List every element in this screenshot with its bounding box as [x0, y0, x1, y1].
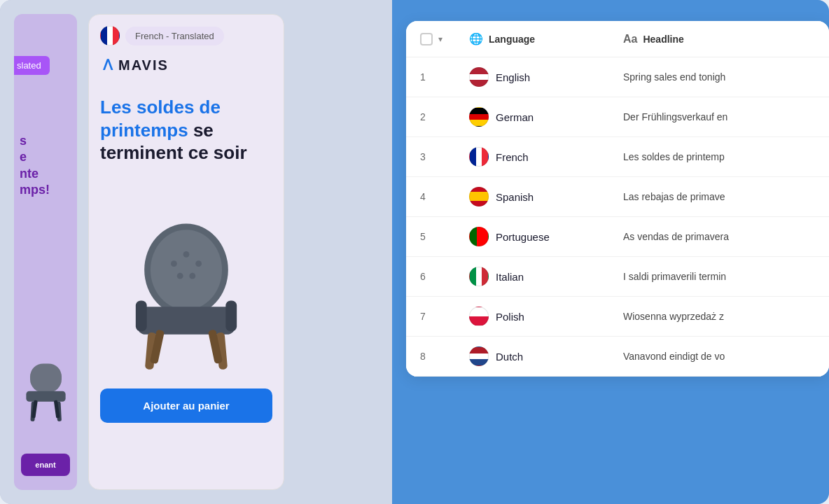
- select-all-checkbox[interactable]: [420, 33, 433, 46]
- language-col-header: 🌐 Language: [469, 32, 623, 46]
- row-language: French: [469, 147, 623, 167]
- table-body: 1 English Spring sales end tonigh 2 Germ…: [406, 57, 829, 377]
- french-headline: Les soldes de printemps se terminent ce …: [89, 96, 284, 164]
- table-header: ▾ 🌐 Language Aa Headline: [406, 21, 829, 57]
- svg-point-7: [151, 230, 222, 309]
- language-col-label: Language: [489, 34, 535, 45]
- row-number: 5: [420, 231, 469, 242]
- language-name: Spanish: [496, 191, 534, 203]
- svg-point-17: [195, 260, 202, 267]
- row-headline: Vanavond eindigt de vo: [623, 351, 815, 362]
- headline-col-header: Aa Headline: [623, 33, 815, 46]
- globe-icon: 🌐: [469, 32, 483, 46]
- language-name: Polish: [496, 311, 524, 323]
- french-flag-icon: [100, 26, 120, 46]
- row-language: Dutch: [469, 346, 623, 366]
- purple-card: slated s e nte mps!: [14, 14, 77, 490]
- svg-rect-0: [30, 363, 62, 392]
- chevron-down-icon[interactable]: ▾: [438, 34, 443, 44]
- svg-point-16: [183, 251, 190, 258]
- table-row[interactable]: 8 Dutch Vanavond eindigt de vo: [406, 337, 829, 377]
- mavis-logo-icon: Ʌ: [103, 57, 113, 74]
- flag-icon-es: [469, 187, 489, 206]
- row-number: 4: [420, 191, 469, 202]
- svg-rect-10: [225, 300, 237, 331]
- purple-tab-label: slated: [14, 56, 50, 75]
- row-language: Polish: [469, 307, 623, 326]
- french-card-header: French - Translated Ʌ MAVIS: [89, 15, 284, 96]
- flag-icon-it: [469, 267, 489, 286]
- table-row[interactable]: 7 Polish Wiosenna wyprzedaż z: [406, 297, 829, 337]
- table-row[interactable]: 2 German Der Frühlingsverkauf en: [406, 97, 829, 137]
- table-row[interactable]: 6 Italian I saldi primaverili termin: [406, 257, 829, 297]
- row-number: 8: [420, 351, 469, 362]
- row-headline: As vendas de primavera: [623, 231, 815, 242]
- flag-icon-nl: [469, 346, 489, 366]
- text-icon: Aa: [623, 33, 637, 46]
- row-headline: Spring sales end tonigh: [623, 71, 815, 83]
- left-panel: slated s e nte mps!: [0, 0, 392, 504]
- language-table: ▾ 🌐 Language Aa Headline 1 English Sprin…: [406, 21, 829, 377]
- row-language: Portuguese: [469, 227, 623, 246]
- row-language: Italian: [469, 267, 623, 286]
- row-headline: Der Frühlingsverkauf en: [623, 111, 815, 122]
- row-number: 7: [420, 311, 469, 322]
- add-to-cart-button[interactable]: Ajouter au panier: [100, 388, 272, 423]
- row-headline: Les soldes de printemp: [623, 151, 815, 162]
- language-name: Italian: [496, 271, 524, 283]
- checkbox-col-header: ▾: [420, 33, 469, 46]
- language-name: Dutch: [496, 351, 523, 363]
- svg-point-19: [189, 272, 195, 279]
- french-tab-label: French - Translated: [125, 27, 224, 46]
- language-name: English: [496, 71, 530, 83]
- app-container: slated s e nte mps!: [0, 0, 829, 504]
- row-headline: Las rebajas de primave: [623, 191, 815, 202]
- svg-point-18: [177, 272, 183, 279]
- chair-image: [89, 178, 284, 374]
- french-card: French - Translated Ʌ MAVIS Les soldes d…: [88, 14, 284, 490]
- row-number: 1: [420, 71, 469, 83]
- mavis-brand-name: MAVIS: [118, 57, 169, 74]
- svg-point-15: [171, 260, 177, 267]
- french-tab: French - Translated: [100, 26, 272, 46]
- table-row[interactable]: 5 Portuguese As vendas de primavera: [406, 217, 829, 257]
- row-language: German: [469, 107, 623, 127]
- row-headline: I saldi primaverili termin: [623, 271, 815, 282]
- right-panel: ▾ 🌐 Language Aa Headline 1 English Sprin…: [392, 0, 829, 504]
- svg-rect-9: [136, 300, 147, 331]
- row-number: 2: [420, 111, 469, 122]
- language-name: French: [496, 151, 529, 163]
- row-language: English: [469, 67, 623, 87]
- purple-card-text: s e nte mps!: [20, 133, 74, 199]
- flag-icon-fr: [469, 147, 489, 167]
- svg-rect-1: [26, 391, 65, 402]
- row-number: 3: [420, 151, 469, 162]
- row-headline: Wiosenna wyprzedaż z: [623, 311, 815, 322]
- language-name: Portuguese: [496, 231, 550, 243]
- row-language: Spanish: [469, 187, 623, 206]
- headline-col-label: Headline: [643, 34, 683, 45]
- row-number: 6: [420, 271, 469, 282]
- language-name: German: [496, 111, 534, 123]
- mavis-logo: Ʌ MAVIS: [100, 57, 272, 74]
- flag-icon-us: [469, 67, 489, 87]
- flag-icon-pl: [469, 307, 489, 326]
- svg-rect-8: [137, 307, 236, 335]
- table-row[interactable]: 4 Spanish Las rebajas de primave: [406, 177, 829, 217]
- table-row[interactable]: 1 English Spring sales end tonigh: [406, 57, 829, 97]
- flag-icon-de: [469, 107, 489, 127]
- purple-btn[interactable]: enant: [21, 454, 70, 476]
- flag-icon-pt: [469, 227, 489, 246]
- table-row[interactable]: 3 French Les soldes de printemp: [406, 137, 829, 177]
